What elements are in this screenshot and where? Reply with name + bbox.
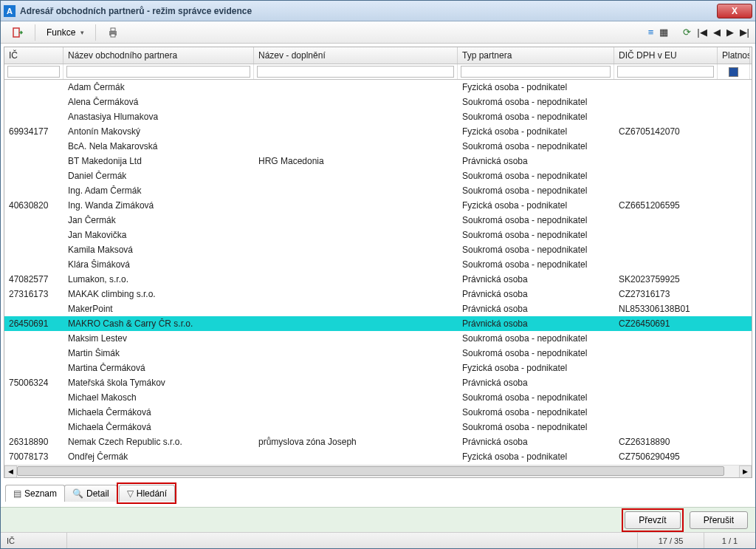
tab-detail[interactable]: 🔍 Detail (64, 485, 117, 502)
cell-typ: Fyzická osoba - podnikatel (458, 451, 614, 462)
filter-icon: ▽ (127, 488, 134, 499)
toolbar-icon-exit[interactable] (5, 24, 30, 41)
nav-last-icon[interactable]: ▶| (738, 25, 751, 39)
grid-body[interactable]: Adam ČermákFyzická osoba - podnikatelAle… (4, 80, 752, 465)
grid-header: IČ Název obchodního partnera Název - dop… (4, 47, 752, 64)
col-plat[interactable]: Platnost (718, 47, 750, 64)
table-row[interactable]: 47082577Lumakon, s.r.o.Právnická osobaSK… (4, 272, 752, 287)
print-button[interactable] (100, 24, 126, 41)
nav-prev-icon[interactable]: ◀ (712, 25, 722, 39)
cell-typ: Soukromá osoba - nepodnikatel (458, 333, 614, 344)
table-row[interactable]: BT Makedonija LtdHRG MacedoniaPrávnická … (4, 154, 752, 168)
table-row[interactable]: 40630820Ing. Wanda ZimákováFyzická osoba… (4, 198, 752, 213)
table-row[interactable]: Alena ČermákováSoukromá osoba - nepodnik… (4, 95, 752, 109)
cell-dic: NL853306138B01 (614, 304, 718, 314)
filter-dopl[interactable] (257, 66, 454, 78)
highlight-hledani: ▽ Hledání (117, 482, 176, 504)
cell-dic: CZ26318890 (614, 437, 718, 447)
prevzit-button[interactable]: Převzít (625, 511, 680, 529)
col-dic[interactable]: DIČ DPH v EU (614, 47, 718, 64)
cell-typ: Právnická osoba (458, 437, 614, 447)
cell-dopl: průmyslova zóna Joseph (254, 437, 458, 447)
filter-name[interactable] (66, 66, 250, 78)
table-row[interactable]: 69934177Antonín MakovskýFyzická osoba - … (4, 124, 752, 139)
list-icon[interactable]: ≡ (647, 25, 656, 39)
cell-typ: Soukromá osoba - nepodnikatel (458, 245, 614, 255)
tab-hledani-label: Hledání (137, 488, 167, 499)
hscroll-right[interactable]: ▶ (739, 466, 752, 478)
cell-typ: Soukromá osoba - nepodnikatel (458, 230, 614, 240)
app-icon: A (4, 5, 16, 17)
cell-name: Jan Čermák (63, 215, 254, 225)
table-row[interactable]: Jan MakovičkaSoukromá osoba - nepodnikat… (4, 228, 752, 242)
table-icon[interactable]: ▦ (658, 25, 670, 39)
horizontal-scrollbar[interactable]: ◀ ▶ (4, 465, 752, 477)
cell-typ: Soukromá osoba - nepodnikatel (458, 348, 614, 358)
table-row[interactable]: 75006324Mateřská škola TymákovPrávnická … (4, 375, 752, 390)
nav-first-icon[interactable]: |◀ (695, 25, 708, 39)
cell-name: MAKRO Cash & Carry ČR s.r.o. (63, 318, 254, 329)
table-row[interactable]: Michael MakoschSoukromá osoba - nepodnik… (4, 390, 752, 405)
cell-ic: 69934177 (4, 126, 63, 137)
table-row[interactable]: Martin ŠimákSoukromá osoba - nepodnikate… (4, 346, 752, 361)
svg-rect-0 (13, 28, 19, 37)
table-row[interactable]: Ing. Adam ČermákSoukromá osoba - nepodni… (4, 183, 752, 198)
cell-name: Ing. Adam Čermák (63, 185, 254, 196)
table-row[interactable]: BcA. Nela MakarovskáSoukromá osoba - nep… (4, 139, 752, 154)
table-row[interactable]: 26450691MAKRO Cash & Carry ČR s.r.o.Práv… (4, 316, 752, 331)
filter-typ[interactable] (461, 66, 611, 78)
col-typ[interactable]: Typ partnera (458, 47, 614, 64)
close-button[interactable]: X (717, 4, 752, 18)
cell-name: Martina Čermáková (63, 363, 254, 373)
table-row[interactable]: Michaela ČermákováSoukromá osoba - nepod… (4, 405, 752, 420)
tab-hledani[interactable]: ▽ Hledání (119, 485, 175, 502)
table-row[interactable]: MakerPointPrávnická osobaNL853306138B01 (4, 301, 752, 316)
cell-typ: Soukromá osoba - nepodnikatel (458, 392, 614, 403)
tab-seznam[interactable]: ▤ Seznam (5, 485, 65, 502)
table-row[interactable]: Adam ČermákFyzická osoba - podnikatel (4, 80, 752, 95)
filter-ic[interactable] (7, 66, 60, 78)
prerusit-button[interactable]: Přerušit (690, 511, 748, 529)
cell-typ: Soukromá osoba - nepodnikatel (458, 112, 614, 122)
cell-name: Michaela Čermáková (63, 407, 254, 417)
cell-typ: Soukromá osoba - nepodnikatel (458, 171, 614, 181)
table-row[interactable]: Martina ČermákováFyzická osoba - podnika… (4, 361, 752, 375)
table-row[interactable]: Kamila MaksováSoukromá osoba - nepodnika… (4, 242, 752, 257)
highlight-prevzit: Převzít (622, 508, 683, 532)
col-name[interactable]: Název obchodního partnera (63, 47, 254, 64)
table-row[interactable]: Michaela ČermákováSoukromá osoba - nepod… (4, 420, 752, 434)
cell-dic: CZ6651206595 (614, 200, 718, 211)
cell-dic: CZ27316173 (614, 289, 718, 299)
cell-typ: Právnická osoba (458, 289, 614, 299)
cell-name: Maksim Lestev (63, 333, 254, 344)
magnifier-icon: 🔍 (72, 488, 83, 499)
cell-ic: 27316173 (4, 289, 63, 299)
table-row[interactable]: Klára ŠimákováSoukromá osoba - nepodnika… (4, 257, 752, 272)
cell-ic: 26318890 (4, 437, 63, 447)
table-row[interactable]: Jan ČermákSoukromá osoba - nepodnikatel (4, 213, 752, 228)
cell-name: MAKAK climbing s.r.o. (63, 289, 254, 299)
tabs: ▤ Seznam 🔍 Detail ▽ Hledání (1, 481, 755, 507)
cell-typ: Fyzická osoba - podnikatel (458, 200, 614, 211)
cell-name: Michaela Čermáková (63, 422, 254, 432)
table-row[interactable]: 70078173Ondřej ČermákFyzická osoba - pod… (4, 449, 752, 464)
col-dopl[interactable]: Název - doplnění (254, 47, 458, 64)
cell-dic: CZ6705142070 (614, 126, 718, 137)
cell-typ: Fyzická osoba - podnikatel (458, 82, 614, 92)
refresh-icon[interactable]: ⟳ (681, 25, 693, 39)
statusbar: IČ 17 / 35 1 / 1 (1, 532, 755, 548)
table-row[interactable]: Maksim LestevSoukromá osoba - nepodnikat… (4, 331, 752, 346)
funkce-label: Funkce (47, 27, 75, 38)
table-row[interactable]: 26318890Nemak Czech Republic s.r.o.průmy… (4, 434, 752, 449)
table-row[interactable]: 27316173MAKAK climbing s.r.o.Právnická o… (4, 287, 752, 301)
table-row[interactable]: Anastasiya HlumakovaSoukromá osoba - nep… (4, 109, 752, 124)
nav-next-icon[interactable]: ▶ (725, 25, 735, 39)
filter-plat-check[interactable] (729, 67, 738, 77)
window-title: Adresář obchodních partnerů - režim sprá… (20, 6, 717, 16)
hscroll-thumb[interactable] (17, 466, 724, 476)
table-row[interactable]: Daniel ČermákSoukromá osoba - nepodnikat… (4, 168, 752, 183)
funkce-dropdown[interactable]: Funkce (40, 24, 91, 41)
col-ic[interactable]: IČ (4, 47, 63, 64)
filter-dic[interactable] (617, 66, 714, 78)
hscroll-left[interactable]: ◀ (4, 466, 17, 478)
